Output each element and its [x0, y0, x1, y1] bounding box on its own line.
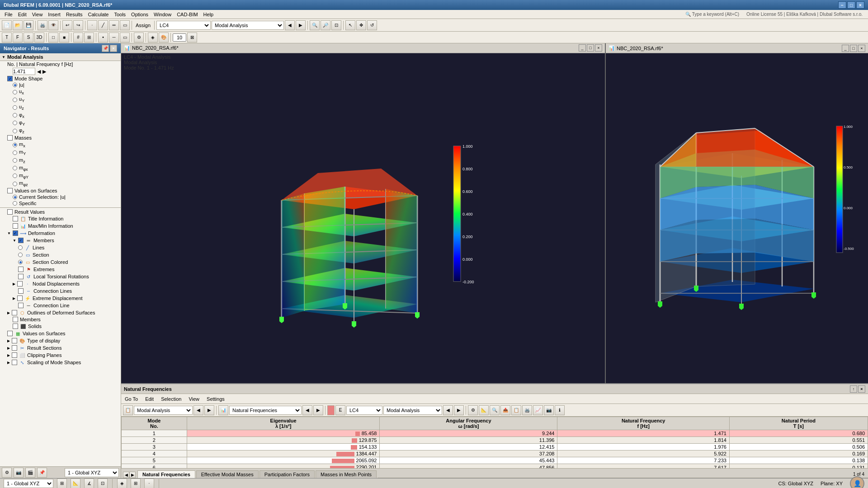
tab-nav-right[interactable]: ▶	[129, 472, 136, 478]
menu-help[interactable]: Help	[201, 11, 217, 18]
nav-local-torsional-check[interactable]	[18, 274, 24, 279]
nav-mz-radio[interactable]	[13, 158, 17, 163]
nav-pin-button[interactable]: 📌	[102, 45, 109, 52]
nav-mphiz-radio[interactable]	[13, 182, 17, 186]
nav-result-sections[interactable]: ▶ ✂ Result Sections	[0, 344, 121, 352]
results-lc-color[interactable]	[327, 405, 335, 415]
view-3d[interactable]: 3D	[34, 33, 44, 42]
render-mode[interactable]: ◈	[148, 33, 158, 42]
results-next[interactable]: ▶	[204, 405, 214, 415]
tab-effective-modal[interactable]: Effective Modal Masses	[196, 470, 259, 478]
next-result[interactable]: ▶	[296, 20, 306, 30]
results-lc-e[interactable]: E	[335, 405, 345, 415]
tab-nav-left[interactable]: ◀	[123, 472, 129, 478]
print-button[interactable]: 🖨️	[38, 20, 47, 30]
menu-insert[interactable]: Insert	[45, 11, 63, 18]
view-right-close[interactable]: ×	[858, 45, 865, 52]
nav-deformation-check[interactable]: ✓	[13, 230, 18, 236]
nav-conn-line-check[interactable]	[18, 303, 24, 308]
redo-button[interactable]: ↪	[73, 20, 83, 30]
lc-combo[interactable]: LC4	[156, 21, 211, 30]
bottom-edit[interactable]: Edit	[143, 396, 156, 402]
results-analysis-combo[interactable]: Modal Analysis	[134, 406, 193, 415]
results-screenshot[interactable]: 📷	[544, 405, 554, 415]
results-lc-nav-prev[interactable]: ◀	[443, 405, 453, 415]
nav-current-sel-radio[interactable]	[13, 195, 17, 199]
bottom-goto[interactable]: Go To	[123, 396, 140, 402]
undo-button[interactable]: ↩	[62, 20, 72, 30]
nav-phiy-radio[interactable]	[13, 121, 17, 125]
nav-uz-radio[interactable]	[13, 105, 17, 110]
nav-extreme-check[interactable]	[17, 296, 23, 301]
nav-scaling[interactable]: ▶ ⤡ Scaling of Mode Shapes	[0, 359, 121, 366]
nav-result-values-check[interactable]	[7, 209, 13, 215]
nav-section-colored[interactable]: ▭ Section Colored	[0, 258, 121, 266]
nav-nodal-displacements[interactable]: ▶ · Nodal Displacements	[0, 280, 121, 287]
nav-values-surfaces[interactable]: Values on Surfaces	[0, 188, 121, 194]
results-settings-1[interactable]: ⚙	[468, 405, 478, 415]
results-freq-next[interactable]: ▶	[313, 405, 323, 415]
status-btn-4[interactable]: ⊡	[98, 479, 108, 488]
nav-result-sections-check[interactable]	[12, 345, 17, 351]
fit-all[interactable]: ⊡	[331, 20, 341, 30]
nav-mphiy-radio[interactable]	[13, 174, 17, 178]
nav-outlines[interactable]: ▶ ⬡ Outlines of Deformed Surfaces	[0, 309, 121, 316]
nav-ux[interactable]: ux	[0, 88, 121, 96]
nav-modal-analysis-header[interactable]: ▼ Modal Analysis	[0, 53, 121, 61]
menu-window[interactable]: Window	[151, 11, 174, 18]
nav-mz[interactable]: mz	[0, 157, 121, 164]
move-button[interactable]: ✥	[356, 20, 366, 30]
next-freq-btn[interactable]: ▶	[42, 69, 46, 75]
nav-scaling-check[interactable]	[12, 360, 17, 365]
nav-extremes-check[interactable]	[18, 267, 24, 272]
nav-clipping[interactable]: ▶ ⬜ Clipping Planes	[0, 352, 121, 359]
show-nodes[interactable]: •	[98, 33, 108, 42]
nav-outlines-members-check[interactable]	[13, 317, 18, 322]
nav-mphix-radio[interactable]	[13, 166, 17, 170]
results-lc-name-combo[interactable]: Modal Analysis	[383, 406, 442, 415]
analysis-combo[interactable]: Modal Analysis	[212, 21, 284, 30]
nav-values-surfaces2-check[interactable]	[7, 331, 13, 336]
status-btn-3[interactable]: ∡	[84, 479, 94, 488]
node-button[interactable]: ·	[87, 20, 97, 30]
nav-current-selection[interactable]: Current Selection: |u|	[0, 194, 121, 200]
nav-mx[interactable]: mx	[0, 141, 121, 149]
nav-section-colored-radio[interactable]	[18, 260, 23, 264]
results-info[interactable]: ℹ	[555, 405, 565, 415]
global-xyz-combo[interactable]: 1 - Global XYZ	[4, 479, 53, 488]
show-surfaces[interactable]: ▭	[120, 33, 130, 42]
status-snap-2[interactable]: ⊞	[131, 479, 141, 488]
status-btn-1[interactable]: ⊞	[57, 479, 67, 488]
line-button[interactable]: ╱	[98, 20, 108, 30]
nav-result-values[interactable]: Result Values	[0, 209, 121, 215]
view-front[interactable]: F	[13, 33, 23, 42]
nav-uz[interactable]: uz	[0, 103, 121, 111]
nav-uy-radio[interactable]	[13, 98, 17, 102]
wireframe[interactable]: □	[48, 33, 58, 42]
view-right-max[interactable]: □	[850, 45, 857, 52]
nav-mphix[interactable]: mφx	[0, 164, 121, 172]
results-freq-prev[interactable]: ◀	[302, 405, 312, 415]
nav-title-info-check[interactable]	[13, 216, 18, 221]
nav-connection-line[interactable]: ─ Connection Line	[0, 302, 121, 309]
color-map[interactable]: 🎨	[159, 33, 169, 42]
nav-freq-value-row[interactable]: ◀ ▶	[0, 67, 121, 75]
nav-maxmin-information[interactable]: 📊 Max/Min Information	[0, 222, 121, 230]
nav-masses[interactable]: Masses	[0, 135, 121, 141]
rotate-button[interactable]: ↺	[367, 20, 377, 30]
nav-no-freq[interactable]: No. | Natural Frequency f [Hz]	[0, 61, 121, 67]
surface-button[interactable]: ▭	[120, 20, 130, 30]
open-button[interactable]: 📂	[13, 20, 23, 30]
nav-my[interactable]: mY	[0, 149, 121, 156]
grid-toggle[interactable]: #	[73, 33, 83, 42]
snap-toggle[interactable]: ⊞	[84, 33, 94, 42]
zoom-out[interactable]: 🔎	[321, 20, 330, 30]
nav-connection-lines[interactable]: ╌ Connection Lines	[0, 287, 121, 295]
nav-mphiy[interactable]: mφY	[0, 172, 121, 180]
nav-phiy[interactable]: φY	[0, 119, 121, 127]
nav-maxmin-check[interactable]	[13, 223, 18, 229]
results-filter[interactable]: 🔍	[490, 405, 500, 415]
nav-nodal-check[interactable]	[17, 281, 23, 286]
maximize-button[interactable]: □	[847, 1, 855, 9]
results-graph[interactable]: 📈	[533, 405, 543, 415]
